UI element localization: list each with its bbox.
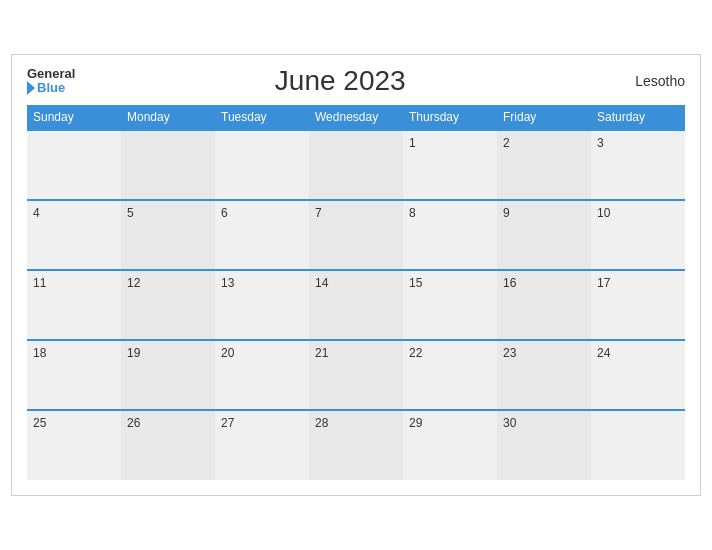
calendar-cell: 3 [591, 130, 685, 200]
calendar-grid: SundayMondayTuesdayWednesdayThursdayFrid… [27, 105, 685, 480]
calendar-cell [27, 130, 121, 200]
day-number: 1 [409, 136, 416, 150]
day-number: 14 [315, 276, 328, 290]
calendar-header: General Blue June 2023 Lesotho [27, 65, 685, 97]
week-row-2: 45678910 [27, 200, 685, 270]
day-number: 24 [597, 346, 610, 360]
day-number: 12 [127, 276, 140, 290]
calendar-cell: 6 [215, 200, 309, 270]
day-number: 9 [503, 206, 510, 220]
calendar-cell: 17 [591, 270, 685, 340]
calendar-cell: 29 [403, 410, 497, 480]
day-number: 11 [33, 276, 46, 290]
calendar-cell: 10 [591, 200, 685, 270]
calendar-cell: 13 [215, 270, 309, 340]
calendar-cell: 12 [121, 270, 215, 340]
calendar-cell: 28 [309, 410, 403, 480]
day-number: 3 [597, 136, 604, 150]
calendar-cell: 25 [27, 410, 121, 480]
calendar-body: 1234567891011121314151617181920212223242… [27, 130, 685, 480]
calendar-header-row: SundayMondayTuesdayWednesdayThursdayFrid… [27, 105, 685, 130]
calendar-cell: 20 [215, 340, 309, 410]
calendar-cell [309, 130, 403, 200]
calendar-cell: 9 [497, 200, 591, 270]
calendar-container: General Blue June 2023 Lesotho SundayMon… [11, 54, 701, 496]
day-number: 28 [315, 416, 328, 430]
calendar-cell [215, 130, 309, 200]
logo: General Blue [27, 67, 75, 96]
day-number: 19 [127, 346, 140, 360]
week-row-3: 11121314151617 [27, 270, 685, 340]
calendar-cell [591, 410, 685, 480]
calendar-cell: 22 [403, 340, 497, 410]
country-label: Lesotho [605, 73, 685, 89]
week-row-4: 18192021222324 [27, 340, 685, 410]
calendar-cell [121, 130, 215, 200]
day-number: 16 [503, 276, 516, 290]
calendar-cell: 15 [403, 270, 497, 340]
calendar-cell: 27 [215, 410, 309, 480]
calendar-cell: 11 [27, 270, 121, 340]
col-header-sunday: Sunday [27, 105, 121, 130]
day-number: 21 [315, 346, 328, 360]
col-header-monday: Monday [121, 105, 215, 130]
calendar-cell: 7 [309, 200, 403, 270]
col-header-wednesday: Wednesday [309, 105, 403, 130]
day-number: 20 [221, 346, 234, 360]
col-header-friday: Friday [497, 105, 591, 130]
calendar-cell: 14 [309, 270, 403, 340]
day-number: 23 [503, 346, 516, 360]
col-header-saturday: Saturday [591, 105, 685, 130]
day-number: 7 [315, 206, 322, 220]
day-number: 13 [221, 276, 234, 290]
calendar-cell: 2 [497, 130, 591, 200]
week-row-5: 252627282930 [27, 410, 685, 480]
calendar-cell: 8 [403, 200, 497, 270]
calendar-cell: 1 [403, 130, 497, 200]
day-number: 6 [221, 206, 228, 220]
col-header-thursday: Thursday [403, 105, 497, 130]
day-number: 10 [597, 206, 610, 220]
day-number: 15 [409, 276, 422, 290]
calendar-cell: 24 [591, 340, 685, 410]
calendar-cell: 5 [121, 200, 215, 270]
calendar-cell: 19 [121, 340, 215, 410]
calendar-cell: 26 [121, 410, 215, 480]
calendar-cell: 4 [27, 200, 121, 270]
day-number: 4 [33, 206, 40, 220]
calendar-title: June 2023 [75, 65, 605, 97]
day-number: 30 [503, 416, 516, 430]
calendar-cell: 21 [309, 340, 403, 410]
day-number: 5 [127, 206, 134, 220]
day-number: 18 [33, 346, 46, 360]
day-number: 25 [33, 416, 46, 430]
day-number: 26 [127, 416, 140, 430]
day-number: 8 [409, 206, 416, 220]
day-number: 2 [503, 136, 510, 150]
calendar-cell: 23 [497, 340, 591, 410]
calendar-cell: 18 [27, 340, 121, 410]
day-number: 22 [409, 346, 422, 360]
col-header-tuesday: Tuesday [215, 105, 309, 130]
day-number: 27 [221, 416, 234, 430]
logo-triangle-icon [27, 81, 35, 95]
logo-general-text: General [27, 67, 75, 81]
calendar-cell: 16 [497, 270, 591, 340]
logo-blue-text: Blue [27, 81, 75, 95]
day-number: 29 [409, 416, 422, 430]
week-row-1: 123 [27, 130, 685, 200]
calendar-cell: 30 [497, 410, 591, 480]
day-number: 17 [597, 276, 610, 290]
